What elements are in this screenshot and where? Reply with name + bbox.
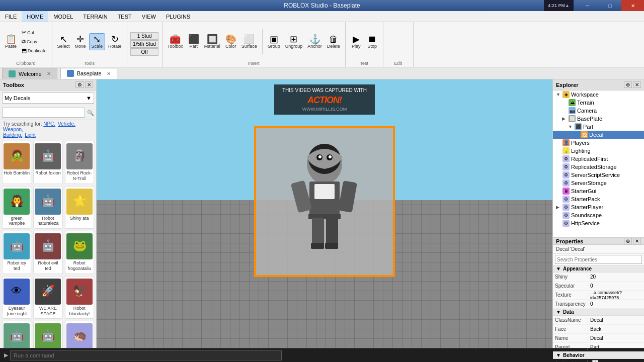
ungroup-button[interactable]: ⊞ Ungroup bbox=[283, 34, 305, 50]
delete-icon: 🗑 bbox=[329, 35, 338, 44]
play-button[interactable]: ▶ Play bbox=[349, 34, 364, 50]
toolbox-item-13[interactable]: 🤖 Robot ata bbox=[33, 321, 62, 348]
suggestion-vehicle[interactable]: Vehicle, bbox=[58, 121, 75, 127]
toolbar-clipboard: 📋 Paste ✂ Cut ⧉ Copy ⬒ Duplicate Clipboa… bbox=[0, 22, 52, 67]
explorer-filter-button[interactable]: ⊕ bbox=[624, 81, 632, 88]
select-tool-button[interactable]: ↖ Select bbox=[55, 34, 72, 50]
copy-button[interactable]: ⧉ Copy bbox=[20, 37, 49, 46]
toolbox-item-3[interactable]: 🧛 green vampire bbox=[2, 186, 31, 229]
command-input[interactable] bbox=[10, 350, 282, 360]
properties-close-button[interactable]: ✕ bbox=[633, 238, 641, 244]
tree-item-replicatedstorage[interactable]: ⚙ ReplicatedStorage bbox=[553, 163, 644, 171]
tree-item-httpservice[interactable]: ⚙ HttpService bbox=[553, 219, 644, 227]
suggestion-light[interactable]: Light bbox=[25, 132, 36, 138]
duplicate-button[interactable]: ⬒ Duplicate bbox=[20, 46, 49, 55]
selected-part-highlight[interactable] bbox=[254, 126, 395, 277]
svg-text:👁: 👁 bbox=[11, 285, 22, 297]
suggestion-building[interactable]: Building, bbox=[3, 132, 22, 138]
tab-baseplate[interactable]: Baseplate ✕ bbox=[60, 68, 117, 79]
group-button[interactable]: ▣ Group bbox=[266, 34, 282, 50]
tree-item-decal[interactable]: 🖼 Decal bbox=[553, 131, 644, 139]
close-button[interactable]: ✕ bbox=[621, 0, 644, 11]
toolbox-item-0[interactable]: 🧟 Hob Bomblin bbox=[2, 141, 31, 184]
tree-item-part[interactable]: ▼ ⬛ Part bbox=[553, 123, 644, 131]
rotate-tool-button[interactable]: ↻ Rotate bbox=[106, 34, 124, 50]
part-button[interactable]: ⬛ Part bbox=[186, 34, 201, 50]
maximize-button[interactable]: □ bbox=[599, 0, 621, 11]
svg-text:🤖: 🤖 bbox=[10, 239, 24, 252]
toolbox-item-image-1: 🤖 bbox=[35, 143, 61, 169]
menu-file[interactable]: FILE bbox=[0, 11, 22, 22]
data-section-header[interactable]: ▼ Data bbox=[553, 309, 644, 316]
viewport[interactable]: THIS VIDEO WAS CAPTURED WITH ACTION! WWW… bbox=[97, 79, 552, 348]
toolbox-item-12[interactable]: 🤖 Robot frozoth bbox=[2, 321, 31, 348]
tree-icon-service: ⚙ bbox=[562, 212, 570, 219]
baseplate-tab-close[interactable]: ✕ bbox=[107, 71, 111, 76]
menu-view[interactable]: VIEW bbox=[137, 11, 161, 22]
toolbox-item-1[interactable]: 🤖 Robot foxion bbox=[33, 141, 62, 184]
tree-item-terrain[interactable]: ⛰ Terrain bbox=[553, 99, 644, 107]
toolbox-item-7[interactable]: 🤖 Robot evil ted bbox=[33, 231, 62, 274]
tree-item-players[interactable]: 👤 Players bbox=[553, 139, 644, 147]
material-button[interactable]: 🔲 Material bbox=[202, 34, 222, 50]
tree-item-workspace[interactable]: ▼ ◈ Workspace bbox=[553, 90, 644, 99]
tab-welcome[interactable]: Welcome ✕ bbox=[2, 68, 57, 79]
color-button[interactable]: 🎨 Color bbox=[223, 34, 238, 50]
tree-item-soundscape[interactable]: ⚙ Soundscape bbox=[553, 211, 644, 219]
toolbox-header: Toolbox ⚙ ✕ bbox=[0, 79, 96, 90]
cut-button[interactable]: ✂ Cut bbox=[20, 28, 49, 37]
toolbox-item-11[interactable]: 🦅 Robot bloodacty! bbox=[65, 276, 94, 319]
explorer-close-button[interactable]: ✕ bbox=[633, 81, 641, 88]
tree-item-serverscriptservice[interactable]: ⚙ ServerScriptService bbox=[553, 171, 644, 179]
search-icon[interactable]: 🔍 bbox=[87, 110, 94, 116]
stud-fifth-button[interactable]: 1/5th Stud bbox=[130, 40, 158, 48]
delete-button[interactable]: 🗑 Delete bbox=[325, 34, 342, 50]
menu-home[interactable]: HOME bbox=[22, 11, 48, 22]
menu-model[interactable]: MODEL bbox=[48, 11, 78, 22]
move-tool-button[interactable]: ✛ Move bbox=[73, 34, 88, 50]
tree-item-baseplate[interactable]: ▶ ⬜ BasePlate bbox=[553, 115, 644, 123]
tree-item-starterplayer[interactable]: ▶ ⚙ StarterPlayer bbox=[553, 203, 644, 211]
menu-test[interactable]: TEST bbox=[113, 11, 137, 22]
toolbox-settings-button[interactable]: ⚙ bbox=[75, 81, 84, 88]
toolbox-item-8[interactable]: 🐸 Robot frogozataliu bbox=[65, 231, 94, 274]
properties-search-input[interactable] bbox=[555, 255, 642, 264]
svg-text:🤖: 🤖 bbox=[41, 239, 55, 252]
toolbox-button[interactable]: 🧰 Toolbox bbox=[166, 34, 185, 50]
tree-item-serverstorage[interactable]: ⚙ ServerStorage bbox=[553, 179, 644, 187]
menu-terrain[interactable]: TERRAIN bbox=[78, 11, 112, 22]
tree-item-replicatedfirst[interactable]: ⚙ ReplicatedFirst bbox=[553, 155, 644, 163]
tree-icon-lighting: 💡 bbox=[562, 147, 570, 154]
tree-icon-decal: 🖼 bbox=[581, 131, 588, 138]
welcome-tab-close[interactable]: ✕ bbox=[47, 71, 51, 76]
minimize-button[interactable]: ─ bbox=[576, 0, 599, 11]
stud-1-button[interactable]: 1 Stud bbox=[130, 32, 158, 40]
suggestion-npc[interactable]: NPC, bbox=[43, 121, 55, 127]
toolbox-item-6[interactable]: 🤖 Robot icy ted bbox=[2, 231, 31, 274]
stop-button[interactable]: ⏹ Stop bbox=[365, 34, 380, 50]
paste-button[interactable]: 📋 Paste bbox=[3, 34, 19, 50]
menu-plugins[interactable]: PLUGINS bbox=[161, 11, 195, 22]
toolbox-search-input[interactable] bbox=[2, 108, 85, 118]
stud-off-button[interactable]: Off bbox=[130, 48, 158, 56]
toolbox-item-9[interactable]: 👁 Eyesaur (one night bbox=[2, 276, 31, 319]
surface-button[interactable]: ⬜ Surface bbox=[239, 34, 259, 50]
suggestion-weapon[interactable]: Weapon, bbox=[3, 127, 23, 132]
tree-item-lighting[interactable]: 💡 Lighting bbox=[553, 147, 644, 155]
watermark-overlay: THIS VIDEO WAS CAPTURED WITH ACTION! WWW… bbox=[274, 84, 375, 115]
toolbox-item-2[interactable]: 🗿 Robot Rock-N-Troll bbox=[65, 141, 94, 184]
properties-settings-button[interactable]: ⊕ bbox=[624, 238, 632, 244]
appearance-section-header[interactable]: ▼ Appearance bbox=[553, 265, 644, 273]
toolbox-item-14[interactable]: 🦔 Robot spikie bbox=[65, 321, 94, 348]
tree-item-startergui[interactable]: 🖥 StarterGui bbox=[553, 187, 644, 195]
toolbox-item-4[interactable]: 🤖 Robot naturaleza bbox=[33, 186, 62, 229]
tree-item-starterpack[interactable]: ⚙ StarterPack bbox=[553, 195, 644, 203]
toolbox-item-10[interactable]: 🚀 WE ARE SPACE bbox=[33, 276, 62, 319]
toolbox-close-button[interactable]: ✕ bbox=[85, 81, 93, 88]
toolbox-item-5[interactable]: ⭐ Shiny ata bbox=[65, 186, 94, 229]
anchor-button[interactable]: ⚓ Anchor bbox=[305, 34, 324, 50]
behavior-section-header[interactable]: ▼ Behavior bbox=[553, 352, 644, 359]
toolbox-category-dropdown[interactable]: My Decals ▼ bbox=[2, 93, 94, 104]
scale-tool-button[interactable]: ⤡ Scale bbox=[89, 33, 106, 50]
tree-item-camera[interactable]: 📷 Camera bbox=[553, 107, 644, 115]
